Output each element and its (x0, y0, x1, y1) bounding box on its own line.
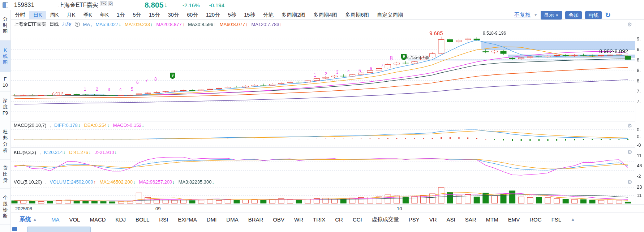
x-axis: 2025/080910 (11, 204, 644, 212)
period-tabs: 分时日K周K月K季K年K1分5分15分30分60分120分5秒15秒分笔多周期2… (11, 11, 407, 19)
x-axis-label: 2025/08 (15, 206, 32, 211)
tag-d: D (108, 1, 113, 6)
indicator-value: MA1:46502.200↓ (99, 179, 135, 185)
system-menu[interactable]: 系统 (20, 216, 31, 223)
indicator-MA[interactable]: MA (51, 216, 60, 223)
sidebar-item-杜邦分析[interactable]: 杜邦分析 (0, 122, 10, 160)
settings-gear-icon[interactable]: ⚙ (627, 149, 632, 155)
blue-square-icon[interactable] (12, 227, 17, 231)
settings-gear-icon[interactable]: ⚙ (627, 123, 632, 129)
tab-多周期6图[interactable]: 多周期6图 (341, 11, 373, 19)
tab-5秒[interactable]: 5秒 (224, 11, 240, 19)
macd-values: DIFF:0.178↓DEA:0.254↓MACD:-0.152↓ (54, 123, 144, 128)
tab-年K[interactable]: 年K (96, 11, 113, 19)
kline-annotation: 2 (325, 71, 327, 76)
sidebar-item-分时图[interactable]: 分时图 (0, 10, 10, 40)
settings-gear-icon[interactable]: ⚙ (627, 21, 632, 28)
tab-15分[interactable]: 15分 (145, 11, 164, 19)
sidebar-item-K线图[interactable]: K线图 (0, 40, 10, 72)
axis-label: -2 (637, 173, 644, 179)
triangle-up-icon[interactable]: ▲ (571, 217, 575, 222)
indicator-value: MA20:8.877↑ (156, 22, 185, 27)
nine-turn-shield-icon: 9 (401, 54, 407, 60)
indicator-VOL[interactable]: VOL (69, 216, 80, 223)
stock-name: 上海金ETF嘉实 (58, 1, 98, 9)
indicator-value: VOLUME:24502.000↑ (50, 179, 96, 185)
indicator-DMI[interactable]: DMI (207, 216, 217, 223)
overlay-button[interactable]: 叠加 (565, 11, 582, 19)
window-icon[interactable] (3, 2, 8, 8)
adjust-mode-selector[interactable]: 不复权 (514, 12, 531, 18)
tab-15秒[interactable]: 15秒 (240, 11, 259, 19)
tab-多周期2图[interactable]: 多周期2图 (278, 11, 309, 19)
settings-gear-icon[interactable]: ⚙ (627, 179, 632, 185)
kline-period: 日线 (50, 21, 59, 27)
tab-30分[interactable]: 30分 (164, 11, 183, 19)
refresh-icon[interactable]: ↻ (605, 12, 611, 19)
tab-周K[interactable]: 周K (46, 11, 63, 19)
tab-1分[interactable]: 1分 (113, 11, 129, 19)
tab-分时[interactable]: 分时 (11, 11, 29, 19)
indicator-DMA[interactable]: DMA (226, 216, 238, 223)
indicator-ROC[interactable]: ROC (529, 216, 541, 223)
indicator-EMV[interactable]: EMV (508, 216, 520, 223)
indicator-SAR[interactable]: SAR (465, 216, 476, 223)
indicator-TRIX[interactable]: TRIX (313, 216, 325, 223)
indicator-EXPMA[interactable]: EXPMA (178, 216, 197, 223)
indicator-CR[interactable]: CR (335, 216, 343, 223)
indicator-CCI[interactable]: CCI (353, 216, 362, 223)
indicator-value: MA60:8.077↑ (220, 22, 248, 27)
kline-annotation: 3 (108, 87, 110, 92)
axis-label: 9. (637, 36, 644, 42)
kline-annotation: 9.518-9.196 (483, 31, 506, 36)
tab-120分[interactable]: 120分 (202, 11, 224, 19)
axis-label: 48 (637, 163, 644, 168)
x-axis-label: 09 (155, 206, 160, 211)
display-button[interactable]: 显示▼ (541, 11, 562, 20)
tab-日K[interactable]: 日K (29, 11, 46, 19)
tab-5分[interactable]: 5分 (129, 11, 145, 19)
tab-多周期4图[interactable]: 多周期4图 (309, 11, 341, 19)
tab-月K[interactable]: 月K (63, 11, 79, 19)
indicator-bar: 系统 ▲ MAVOLMACDKDJBOLLRSIEXPMADMIDMABRARO… (11, 212, 644, 226)
sidebar-item-货比货[interactable]: 货比货 (0, 160, 10, 189)
tab-分笔[interactable]: 分笔 (259, 11, 278, 19)
triangle-up-icon[interactable]: ▲ (33, 217, 37, 222)
ma-values: MA5:9.027↓MA10:9.233↓MA20:8.877↑MA30:8.5… (96, 22, 282, 27)
partial-tab[interactable] (27, 227, 91, 232)
stock-tags: T+0 D (99, 1, 113, 9)
indicator-VR[interactable]: VR (429, 216, 437, 223)
indicator-FSL[interactable]: FSL (551, 216, 562, 223)
indicator-WR[interactable]: WR (294, 216, 303, 223)
tab-自定义周期[interactable]: 自定义周期 (373, 11, 407, 19)
axis-label: 7. (637, 89, 644, 94)
indicator-PSY[interactable]: PSY (409, 216, 420, 223)
axis-label: 8. (637, 68, 644, 73)
kline-annotation: 4 (347, 69, 350, 74)
sidebar-item-个股诊断[interactable]: 个股诊断 (0, 189, 10, 225)
chevron-down-icon[interactable]: ▼ (534, 13, 537, 17)
indicator-MTM[interactable]: MTM (486, 216, 498, 223)
sidebar-item-深度F9[interactable]: 深度F9 (0, 92, 10, 122)
tab-季K[interactable]: 季K (80, 11, 96, 19)
indicator-KDJ[interactable]: KDJ (116, 216, 126, 223)
nine-turn-label[interactable]: 九转 (62, 21, 72, 27)
tab-60分[interactable]: 60分 (183, 11, 202, 19)
indicator-MACD[interactable]: MACD (90, 216, 106, 223)
last-price: 8.805 (145, 1, 164, 9)
help-icon[interactable]: ? (75, 22, 80, 27)
vol-values: VOLUME:24502.000↑MA1:46502.200↓MA2:96257… (50, 179, 214, 185)
sidebar-item-F10[interactable]: F10 (0, 72, 10, 92)
draw-line-button[interactable]: 画线 (585, 11, 602, 19)
indicator-OBV[interactable]: OBV (273, 216, 284, 223)
indicator-ASI[interactable]: ASI (447, 216, 455, 223)
kline-annotation: 1 (84, 87, 86, 92)
kline-annotation: 5 (131, 87, 133, 92)
indicator-RSI[interactable]: RSI (159, 216, 168, 223)
indicator-BRAR[interactable]: BRAR (248, 216, 263, 223)
kline-annotation: 9.685 (429, 30, 443, 36)
indicator-BOLL[interactable]: BOLL (136, 216, 149, 223)
ma-group-label: MA , (83, 22, 93, 27)
kline-chart-canvas[interactable] (11, 20, 644, 204)
indicator-虚拟成交量[interactable]: 虚拟成交量 (372, 216, 399, 223)
